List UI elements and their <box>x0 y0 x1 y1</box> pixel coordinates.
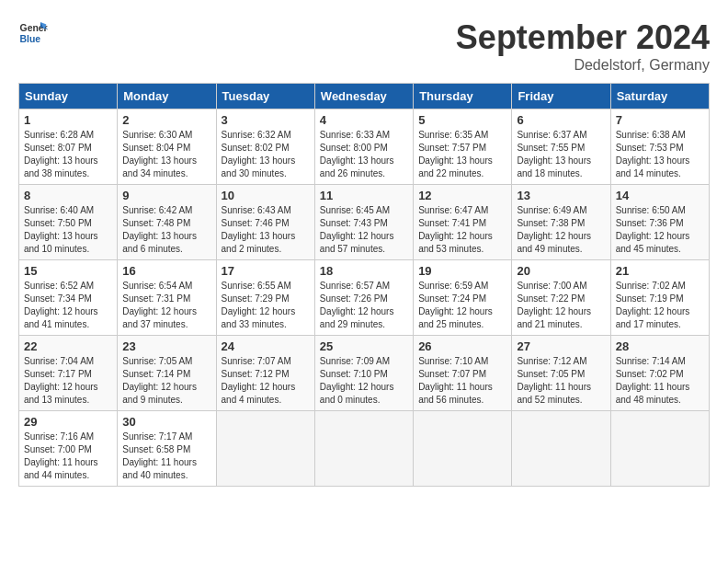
day-number: 18 <box>320 264 408 278</box>
calendar-cell: 13Sunrise: 6:49 AMSunset: 7:38 PMDayligh… <box>512 185 610 260</box>
day-number: 28 <box>616 339 704 353</box>
calendar-cell: 21Sunrise: 7:02 AMSunset: 7:19 PMDayligh… <box>610 260 709 336</box>
day-number: 3 <box>222 113 310 127</box>
day-number: 2 <box>122 113 210 127</box>
logo-icon: General Blue <box>18 18 48 48</box>
day-number: 5 <box>418 113 506 127</box>
day-number: 23 <box>122 339 210 353</box>
day-number: 13 <box>517 189 605 202</box>
cell-info: Sunrise: 6:52 AMSunset: 7:34 PMDaylight:… <box>24 280 112 331</box>
weekday-header-tuesday: Tuesday <box>216 84 314 109</box>
weekday-header-monday: Monday <box>118 84 216 109</box>
calendar-cell: 29Sunrise: 7:16 AMSunset: 7:00 PMDayligh… <box>19 411 118 487</box>
calendar-cell: 15Sunrise: 6:52 AMSunset: 7:34 PMDayligh… <box>19 260 118 336</box>
calendar-cell <box>314 411 413 487</box>
calendar-cell: 17Sunrise: 6:55 AMSunset: 7:29 PMDayligh… <box>216 260 314 336</box>
day-number: 10 <box>222 189 310 202</box>
day-number: 4 <box>320 113 408 127</box>
cell-info: Sunrise: 6:57 AMSunset: 7:26 PMDaylight:… <box>320 280 408 331</box>
calendar-cell: 4Sunrise: 6:33 AMSunset: 8:00 PMDaylight… <box>314 109 413 185</box>
calendar-week-row: 22Sunrise: 7:04 AMSunset: 7:17 PMDayligh… <box>19 336 710 411</box>
calendar-cell: 3Sunrise: 6:32 AMSunset: 8:02 PMDaylight… <box>216 109 314 185</box>
weekday-header-wednesday: Wednesday <box>314 84 413 109</box>
calendar-cell: 19Sunrise: 6:59 AMSunset: 7:24 PMDayligh… <box>414 260 512 336</box>
calendar-week-row: 8Sunrise: 6:40 AMSunset: 7:50 PMDaylight… <box>19 185 710 260</box>
day-number: 6 <box>517 113 605 127</box>
calendar-cell: 27Sunrise: 7:12 AMSunset: 7:05 PMDayligh… <box>512 336 610 411</box>
calendar-cell <box>610 411 709 487</box>
calendar-cell <box>512 411 610 487</box>
day-number: 30 <box>122 415 210 429</box>
cell-info: Sunrise: 6:35 AMSunset: 7:57 PMDaylight:… <box>418 129 506 180</box>
day-number: 29 <box>24 415 112 429</box>
calendar-cell: 30Sunrise: 7:17 AMSunset: 6:58 PMDayligh… <box>118 411 216 487</box>
cell-info: Sunrise: 7:07 AMSunset: 7:12 PMDaylight:… <box>222 355 310 407</box>
calendar-cell: 12Sunrise: 6:47 AMSunset: 7:41 PMDayligh… <box>414 185 512 260</box>
day-number: 25 <box>320 339 408 353</box>
day-number: 15 <box>24 264 112 278</box>
cell-info: Sunrise: 7:16 AMSunset: 7:00 PMDaylight:… <box>24 431 112 482</box>
cell-info: Sunrise: 7:14 AMSunset: 7:02 PMDaylight:… <box>616 355 704 407</box>
calendar-cell: 5Sunrise: 6:35 AMSunset: 7:57 PMDaylight… <box>414 109 512 185</box>
calendar-cell <box>216 411 314 487</box>
weekday-header-sunday: Sunday <box>19 84 118 109</box>
cell-info: Sunrise: 6:38 AMSunset: 7:53 PMDaylight:… <box>616 129 704 180</box>
calendar-cell: 18Sunrise: 6:57 AMSunset: 7:26 PMDayligh… <box>314 260 413 336</box>
calendar-cell: 20Sunrise: 7:00 AMSunset: 7:22 PMDayligh… <box>512 260 610 336</box>
cell-info: Sunrise: 6:50 AMSunset: 7:36 PMDaylight:… <box>616 204 704 256</box>
day-number: 19 <box>418 264 506 278</box>
calendar-week-row: 15Sunrise: 6:52 AMSunset: 7:34 PMDayligh… <box>19 260 710 336</box>
cell-info: Sunrise: 7:09 AMSunset: 7:10 PMDaylight:… <box>320 355 408 407</box>
calendar-table: SundayMondayTuesdayWednesdayThursdayFrid… <box>18 83 710 487</box>
calendar-cell: 14Sunrise: 6:50 AMSunset: 7:36 PMDayligh… <box>610 185 709 260</box>
cell-info: Sunrise: 6:30 AMSunset: 8:04 PMDaylight:… <box>122 129 210 180</box>
cell-info: Sunrise: 6:37 AMSunset: 7:55 PMDaylight:… <box>517 129 605 180</box>
calendar-cell: 7Sunrise: 6:38 AMSunset: 7:53 PMDaylight… <box>610 109 709 185</box>
cell-info: Sunrise: 7:17 AMSunset: 6:58 PMDaylight:… <box>122 431 210 482</box>
calendar-cell: 9Sunrise: 6:42 AMSunset: 7:48 PMDaylight… <box>118 185 216 260</box>
calendar-cell: 24Sunrise: 7:07 AMSunset: 7:12 PMDayligh… <box>216 336 314 411</box>
weekday-header-saturday: Saturday <box>610 84 709 109</box>
cell-info: Sunrise: 6:32 AMSunset: 8:02 PMDaylight:… <box>222 129 310 180</box>
cell-info: Sunrise: 6:45 AMSunset: 7:43 PMDaylight:… <box>320 204 408 256</box>
calendar-cell: 22Sunrise: 7:04 AMSunset: 7:17 PMDayligh… <box>19 336 118 411</box>
day-number: 8 <box>24 189 112 202</box>
calendar-cell: 2Sunrise: 6:30 AMSunset: 8:04 PMDaylight… <box>118 109 216 185</box>
day-number: 22 <box>24 339 112 353</box>
day-number: 12 <box>418 189 506 202</box>
day-number: 9 <box>122 189 210 202</box>
day-number: 21 <box>616 264 704 278</box>
cell-info: Sunrise: 7:04 AMSunset: 7:17 PMDaylight:… <box>24 355 112 407</box>
logo: General Blue <box>18 18 48 48</box>
calendar-cell: 8Sunrise: 6:40 AMSunset: 7:50 PMDaylight… <box>19 185 118 260</box>
cell-info: Sunrise: 7:10 AMSunset: 7:07 PMDaylight:… <box>418 355 506 407</box>
month-title: September 2024 <box>456 18 710 57</box>
calendar-cell: 10Sunrise: 6:43 AMSunset: 7:46 PMDayligh… <box>216 185 314 260</box>
day-number: 26 <box>418 339 506 353</box>
day-number: 17 <box>222 264 310 278</box>
cell-info: Sunrise: 6:55 AMSunset: 7:29 PMDaylight:… <box>222 280 310 331</box>
cell-info: Sunrise: 6:40 AMSunset: 7:50 PMDaylight:… <box>24 204 112 256</box>
cell-info: Sunrise: 6:47 AMSunset: 7:41 PMDaylight:… <box>418 204 506 256</box>
cell-info: Sunrise: 6:28 AMSunset: 8:07 PMDaylight:… <box>24 129 112 180</box>
calendar-cell: 6Sunrise: 6:37 AMSunset: 7:55 PMDaylight… <box>512 109 610 185</box>
day-number: 1 <box>24 113 112 127</box>
calendar-cell: 16Sunrise: 6:54 AMSunset: 7:31 PMDayligh… <box>118 260 216 336</box>
weekday-header-friday: Friday <box>512 84 610 109</box>
day-number: 7 <box>616 113 704 127</box>
cell-info: Sunrise: 6:42 AMSunset: 7:48 PMDaylight:… <box>122 204 210 256</box>
calendar-week-row: 29Sunrise: 7:16 AMSunset: 7:00 PMDayligh… <box>19 411 710 487</box>
day-number: 16 <box>122 264 210 278</box>
weekday-header-thursday: Thursday <box>414 84 512 109</box>
calendar-cell <box>414 411 512 487</box>
weekday-header-row: SundayMondayTuesdayWednesdayThursdayFrid… <box>19 84 710 109</box>
cell-info: Sunrise: 7:00 AMSunset: 7:22 PMDaylight:… <box>517 280 605 331</box>
day-number: 14 <box>616 189 704 202</box>
calendar-cell: 1Sunrise: 6:28 AMSunset: 8:07 PMDaylight… <box>19 109 118 185</box>
title-area: September 2024 Dedelstorf, Germany <box>456 18 710 74</box>
cell-info: Sunrise: 7:12 AMSunset: 7:05 PMDaylight:… <box>517 355 605 407</box>
calendar-cell: 25Sunrise: 7:09 AMSunset: 7:10 PMDayligh… <box>314 336 413 411</box>
cell-info: Sunrise: 6:54 AMSunset: 7:31 PMDaylight:… <box>122 280 210 331</box>
calendar-cell: 26Sunrise: 7:10 AMSunset: 7:07 PMDayligh… <box>414 336 512 411</box>
calendar-cell: 11Sunrise: 6:45 AMSunset: 7:43 PMDayligh… <box>314 185 413 260</box>
